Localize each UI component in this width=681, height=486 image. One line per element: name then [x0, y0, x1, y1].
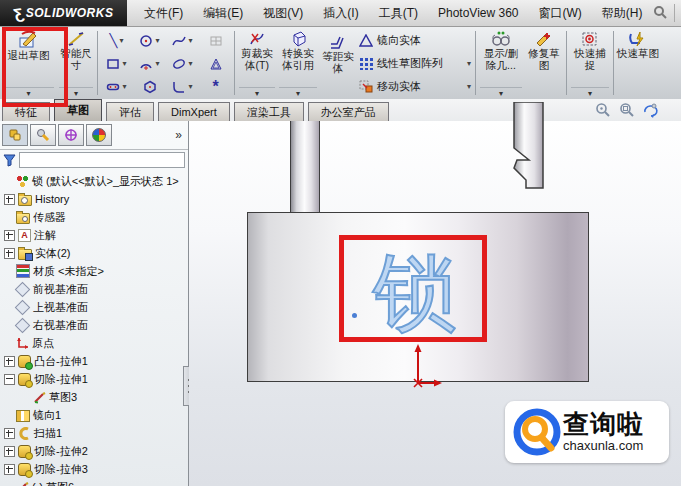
rapid-sketch-button[interactable]: 快速草图	[616, 27, 660, 99]
tree-item-right-plane[interactable]: 右视基准面	[2, 316, 188, 334]
menu-edit[interactable]: 编辑(E)	[194, 1, 252, 26]
tree-item-history[interactable]: History	[2, 190, 188, 208]
tree-item-mirror1[interactable]: 镜向1	[2, 406, 188, 424]
trim-entities-button[interactable]: 剪裁实体(T) ▾	[237, 27, 277, 99]
convert-entities-icon	[289, 30, 307, 48]
solidworks-search-icon[interactable]	[652, 5, 668, 21]
sketch-origin-icon[interactable]	[403, 343, 443, 389]
history-icon	[18, 195, 32, 206]
expand-icon[interactable]	[4, 248, 15, 259]
line-tool[interactable]: ╲▾	[100, 30, 133, 52]
sketch-icon	[33, 391, 46, 404]
tree-item-sketch3[interactable]: 草图3	[2, 388, 188, 406]
plane-icon	[15, 300, 31, 316]
tree-item-solid-bodies[interactable]: 实体(2)	[2, 244, 188, 262]
tree-item-annotations[interactable]: 注解	[2, 226, 188, 244]
rectangle-dropdown-icon[interactable]: ▾	[122, 59, 126, 68]
expand-icon[interactable]	[4, 464, 15, 475]
expand-icon[interactable]	[4, 230, 15, 241]
menu-help[interactable]: 帮助(H)	[593, 1, 652, 26]
linear-pattern-button[interactable]: 线性草图阵列 ▾	[359, 53, 471, 73]
slot-tool[interactable]: ▾	[100, 76, 133, 98]
slot-dropdown-icon[interactable]: ▾	[122, 82, 126, 91]
repair-sketch-button[interactable]: 修复草图	[524, 27, 564, 99]
mirror-entities-button[interactable]: 镜向实体	[359, 30, 471, 50]
feature-tree-tab[interactable]	[2, 124, 28, 146]
expand-icon[interactable]	[4, 194, 15, 205]
tree-filter-input[interactable]	[19, 152, 185, 168]
line-dropdown-icon[interactable]: ▾	[119, 36, 123, 45]
display-manager-tab[interactable]	[86, 124, 112, 146]
sketch-text-icon	[209, 57, 223, 71]
feature-manager-panel: 锁 (默认<<默认>_显示状态 1> History 传感器 注解 实体(2)	[0, 121, 189, 486]
tab-dimxpert[interactable]: DimXpert	[158, 102, 230, 121]
zoom-area-icon[interactable]	[619, 102, 635, 118]
panel-expand-chevron-icon[interactable]	[175, 128, 186, 142]
tree-item-boss-extrude1[interactable]: 凸台-拉伸1	[2, 352, 188, 370]
tree-item-sweep1[interactable]: 扫描1	[2, 424, 188, 442]
tree-item-sensors[interactable]: 传感器	[2, 208, 188, 226]
linear-pattern-dropdown-icon[interactable]: ▾	[467, 59, 471, 68]
tab-evaluate[interactable]: 评估	[106, 102, 154, 121]
arc-tool[interactable]: ▾	[133, 53, 166, 75]
menu-file[interactable]: 文件(F)	[135, 1, 192, 26]
expand-icon[interactable]	[4, 446, 15, 457]
fillet-dropdown-icon[interactable]: ▾	[188, 82, 192, 91]
quick-snaps-button[interactable]: 快速捕捉 ▾	[569, 27, 611, 99]
ellipse-tool[interactable]: ▾	[166, 53, 199, 75]
ellipse-dropdown-icon[interactable]: ▾	[188, 59, 192, 68]
menu-bar: ƷSOLIDWORKS 文件(F) 编辑(E) 视图(V) 插入(I) 工具(T…	[0, 0, 681, 27]
convert-entities-button[interactable]: 转换实体引用 ▾	[277, 27, 319, 99]
display-delete-relations-button[interactable]: 显示/删除几... ▾	[478, 27, 524, 99]
tree-item-front-plane[interactable]: 前视基准面	[2, 280, 188, 298]
spline-tool[interactable]: ▾	[166, 30, 199, 52]
property-manager-tab[interactable]	[30, 124, 56, 146]
arc-dropdown-icon[interactable]: ▾	[155, 59, 159, 68]
tree-item-top-plane[interactable]: 上视基准面	[2, 298, 188, 316]
circle-dropdown-icon[interactable]: ▾	[155, 36, 159, 45]
sketch-text-tool[interactable]	[199, 53, 232, 75]
convert-entities-dropdown-icon[interactable]: ▾	[279, 87, 317, 99]
toolbar-separator	[97, 31, 98, 95]
tab-office-products[interactable]: 办公室产品	[308, 102, 389, 121]
tree-item-cut-extrude1[interactable]: 切除-拉伸1	[2, 370, 188, 388]
menu-photoview360[interactable]: PhotoView 360	[429, 2, 528, 24]
polygon-tool[interactable]	[133, 76, 166, 98]
configuration-manager-tab[interactable]	[58, 124, 84, 146]
tree-root-part[interactable]: 锁 (默认<<默认>_显示状态 1>	[2, 172, 188, 190]
tree-item-origin[interactable]: 原点	[2, 334, 188, 352]
graphics-area[interactable]: 锁 查询啦 chaxunla.com	[189, 121, 681, 486]
point-tool[interactable]: *	[199, 76, 232, 98]
rotate-view-icon[interactable]	[643, 102, 659, 118]
collapse-icon[interactable]	[4, 374, 15, 385]
3d-sketch-plane-tool[interactable]	[199, 30, 232, 52]
trim-entities-dropdown-icon[interactable]: ▾	[239, 87, 275, 99]
rectangle-tool[interactable]: ▾	[100, 53, 133, 75]
tree-item-cut-extrude2[interactable]: 切除-拉伸2	[2, 442, 188, 460]
tree-item-material[interactable]: 材质 <未指定>	[2, 262, 188, 280]
spline-dropdown-icon[interactable]: ▾	[188, 36, 192, 45]
offset-entities-icon	[329, 35, 347, 51]
tree-item-sketch6[interactable]: (-) 草图6	[2, 478, 188, 486]
filter-funnel-icon[interactable]	[3, 154, 16, 167]
menu-window[interactable]: 窗口(W)	[530, 1, 591, 26]
lock-shackle-left-rod[interactable]	[290, 121, 320, 213]
circle-tool[interactable]: ▾	[133, 30, 166, 52]
expand-icon[interactable]	[4, 428, 15, 439]
display-delete-dropdown-icon[interactable]: ▾	[480, 87, 521, 99]
lock-shackle-right-rod[interactable]	[513, 102, 545, 206]
menu-view[interactable]: 视图(V)	[254, 1, 312, 26]
move-entities-label: 移动实体	[377, 79, 421, 94]
fillet-tool[interactable]: ▾	[166, 76, 199, 98]
quick-snaps-dropdown-icon[interactable]: ▾	[571, 87, 609, 99]
expand-icon[interactable]	[4, 356, 15, 367]
offset-entities-button[interactable]: 等距实体	[319, 27, 357, 99]
annotations-icon	[18, 229, 31, 242]
menu-insert[interactable]: 插入(I)	[314, 1, 367, 26]
menu-tools[interactable]: 工具(T)	[370, 1, 427, 26]
move-entities-button[interactable]: 移动实体 ▾	[359, 76, 471, 96]
zoom-fit-icon[interactable]	[595, 102, 611, 118]
tab-render-tools[interactable]: 渲染工具	[234, 102, 304, 121]
tree-item-cut-extrude3[interactable]: 切除-拉伸3	[2, 460, 188, 478]
move-entities-dropdown-icon[interactable]: ▾	[467, 82, 471, 91]
